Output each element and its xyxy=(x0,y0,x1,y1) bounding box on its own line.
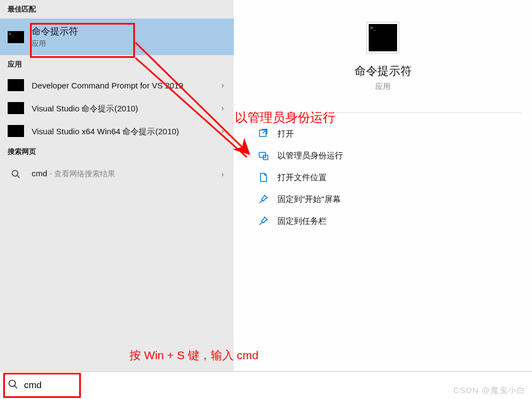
preview-title: 命令提示符 xyxy=(354,63,412,79)
search-bar[interactable] xyxy=(0,371,532,399)
preview-subtitle: 应用 xyxy=(375,82,391,92)
best-match-header: 最佳匹配 xyxy=(0,0,234,19)
svg-point-0 xyxy=(12,170,18,176)
best-match-title: 命令提示符 xyxy=(32,25,226,38)
apps-header: 应用 xyxy=(0,55,234,74)
action-label: 以管理员身份运行 xyxy=(277,151,343,161)
terminal-icon xyxy=(8,125,24,137)
web-header: 搜索网页 xyxy=(0,142,234,161)
open-icon xyxy=(258,128,269,139)
chevron-right-icon[interactable]: › xyxy=(219,127,226,135)
chevron-right-icon[interactable]: › xyxy=(219,81,226,90)
search-results-panel: 最佳匹配 命令提示符 应用 应用 Developer Command Promp… xyxy=(0,0,234,371)
action-pin-to-start[interactable]: 固定到"开始"屏幕 xyxy=(253,188,512,210)
svg-line-7 xyxy=(15,386,17,389)
web-query: cmd xyxy=(32,169,47,178)
action-label: 固定到任务栏 xyxy=(277,216,327,227)
chevron-right-icon[interactable]: › xyxy=(219,104,226,112)
action-label: 打开 xyxy=(277,129,294,139)
search-icon xyxy=(8,379,19,392)
action-open[interactable]: 打开 xyxy=(253,123,512,145)
action-label: 打开文件位置 xyxy=(277,172,327,183)
best-match-subtitle: 应用 xyxy=(32,39,226,49)
svg-point-6 xyxy=(9,380,16,387)
chevron-right-icon[interactable]: › xyxy=(219,170,226,178)
pin-icon xyxy=(258,194,269,205)
terminal-icon xyxy=(8,79,24,91)
terminal-icon xyxy=(8,31,24,43)
app-result-item[interactable]: Visual Studio 命令提示(2010) › xyxy=(0,97,234,120)
web-search-item[interactable]: cmd - 查看网络搜索结果 › xyxy=(0,161,234,187)
action-pin-to-taskbar[interactable]: 固定到任务栏 xyxy=(253,210,512,232)
search-icon xyxy=(8,169,24,179)
web-hint: - 查看网络搜索结果 xyxy=(47,169,115,178)
app-result-item[interactable]: Visual Studio x64 Win64 命令提示(2010) › xyxy=(0,120,234,142)
preview-panel: 命令提示符 应用 打开 以管理员身份运行 打开文件位置 固定到"开始"屏幕 xyxy=(234,0,532,371)
app-label: Developer Command Prompt for VS 2019 xyxy=(32,80,219,91)
action-run-as-admin[interactable]: 以管理员身份运行 xyxy=(253,145,512,166)
terminal-icon xyxy=(8,102,24,114)
pin-icon xyxy=(258,216,269,227)
app-label: Visual Studio 命令提示(2010) xyxy=(32,103,219,114)
action-label: 固定到"开始"屏幕 xyxy=(277,194,341,205)
best-match-item[interactable]: 命令提示符 应用 xyxy=(0,19,234,55)
divider xyxy=(245,112,521,113)
shield-icon xyxy=(258,150,269,161)
folder-icon xyxy=(258,172,269,183)
search-input[interactable] xyxy=(24,380,524,391)
action-open-file-location[interactable]: 打开文件位置 xyxy=(253,166,512,188)
app-result-item[interactable]: Developer Command Prompt for VS 2019 › xyxy=(0,74,234,97)
app-label: Visual Studio x64 Win64 命令提示(2010) xyxy=(32,126,219,137)
svg-line-1 xyxy=(17,175,20,178)
app-large-icon xyxy=(367,22,399,53)
watermark: CSDN @魔鬼小白 xyxy=(453,385,525,396)
